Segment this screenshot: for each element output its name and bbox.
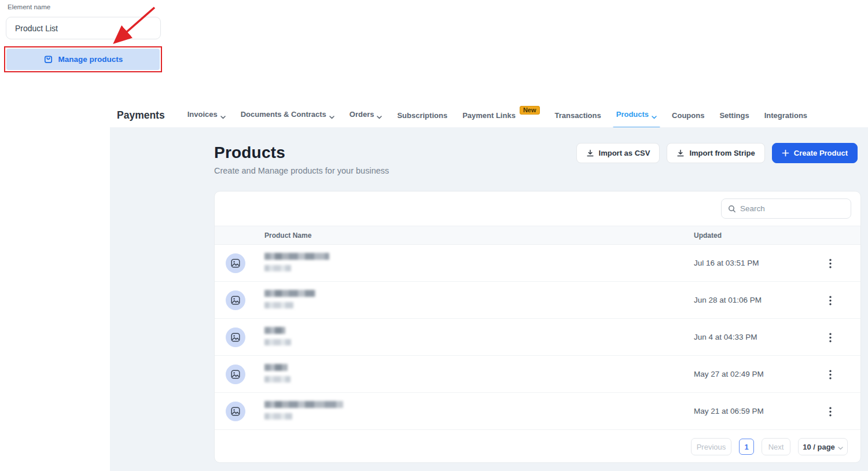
updated-cell: Jul 16 at 03:51 PM [694,245,759,281]
next-page-button[interactable]: Next [762,438,790,455]
row-menu-button[interactable] [823,330,837,344]
table-header: Product Name Updated [215,226,860,245]
current-page-button[interactable]: 1 [739,439,754,455]
kebab-menu-icon [829,333,832,343]
updated-cell: May 21 at 06:59 PM [694,393,764,429]
product-image-icon [226,402,245,421]
screen: Element name Manage products Payments In… [0,0,868,471]
create-product-label: Create Product [794,149,848,157]
nav-item-label: Products [616,110,649,119]
table-row: Jun 4 at 04:33 PM [215,319,860,356]
nav-item-label: Settings [719,111,749,120]
nav-item-coupons[interactable]: Coupons [672,111,704,120]
app-title: Payments [117,109,165,122]
redacted-product-name [264,364,290,382]
nav-item-documents-contracts[interactable]: Documents & Contracts [241,110,334,121]
import-stripe-button[interactable]: Import from Stripe [667,143,764,163]
manage-products-label: Manage products [58,55,123,64]
column-product-name: Product Name [264,226,311,244]
page-title: Products [214,143,389,162]
nav-item-label: Payment Links [462,111,516,120]
main-content: Products Create and Manage products for … [110,127,868,471]
page-size-select[interactable]: 10 / page [798,438,848,455]
nav-item-orders[interactable]: Orders [350,110,382,121]
nav-item-integrations[interactable]: Integrations [764,111,807,120]
products-card: Product Name Updated Jul 16 at 03:51 PMJ… [214,191,861,463]
nav-item-settings[interactable]: Settings [719,111,749,120]
new-badge: New [520,106,540,115]
product-image-icon [226,328,245,347]
nav-item-label: Transactions [555,111,601,120]
download-icon [586,149,594,157]
nav-item-invoices[interactable]: Invoices [187,110,226,121]
chevron-down-icon [652,112,657,121]
kebab-menu-icon [829,296,832,306]
nav-item-label: Integrations [764,111,807,120]
nav-item-label: Subscriptions [397,111,447,120]
updated-cell: Jun 28 at 01:06 PM [694,282,762,318]
element-name-input[interactable] [6,17,161,39]
row-menu-button[interactable] [823,404,837,418]
table-row: Jun 28 at 01:06 PM [215,282,860,319]
nav-item-transactions[interactable]: Transactions [555,111,601,120]
top-navbar: Payments InvoicesDocuments & ContractsOr… [117,103,815,127]
nav-item-subscriptions[interactable]: Subscriptions [397,111,447,120]
plus-icon [782,149,789,157]
chevron-down-icon [220,112,226,121]
previous-page-button[interactable]: Previous [691,438,731,455]
pagination: Previous 1 Next 10 / page [215,430,860,463]
nav-item-payment-links[interactable]: Payment LinksNew [462,111,539,120]
redacted-product-name [264,253,329,271]
table-row: May 27 at 02:49 PM [215,356,860,393]
nav-item-label: Documents & Contracts [241,110,326,119]
nav-item-label: Orders [350,110,374,119]
shopping-bag-icon [43,54,53,64]
nav-item-label: Coupons [672,111,704,120]
updated-cell: May 27 at 02:49 PM [694,356,764,392]
product-image-icon [226,290,245,310]
column-updated: Updated [694,226,722,244]
create-product-button[interactable]: Create Product [772,143,858,163]
manage-products-button[interactable]: Manage products [6,49,160,70]
product-image-icon [226,365,245,384]
kebab-menu-icon [829,259,832,268]
chevron-down-icon [377,112,382,121]
redacted-product-name [264,327,291,345]
chevron-down-icon [838,443,843,452]
row-menu-button[interactable] [823,293,837,307]
import-csv-label: Import as CSV [599,149,650,157]
chevron-down-icon [329,112,334,121]
updated-cell: Jun 4 at 04:33 PM [694,319,757,355]
row-menu-button[interactable] [823,367,837,381]
product-image-icon [226,253,245,273]
page-size-label: 10 / page [803,443,835,451]
redacted-product-name [264,401,343,420]
element-name-label: Element name [8,3,50,10]
search-icon [728,205,736,213]
download-icon [676,149,685,157]
nav-item-products[interactable]: Products [616,110,657,121]
import-stripe-label: Import from Stripe [689,149,755,157]
table-row: Jul 16 at 03:51 PM [215,245,860,282]
table-body: Jul 16 at 03:51 PMJun 28 at 01:06 PMJun … [215,245,860,430]
search-box[interactable] [721,198,851,219]
row-menu-button[interactable] [823,256,837,270]
nav-item-label: Invoices [187,110,218,119]
kebab-menu-icon [829,407,832,417]
search-input[interactable] [740,204,844,213]
import-csv-button[interactable]: Import as CSV [576,143,660,163]
table-row: May 21 at 06:59 PM [215,393,860,430]
page-subtitle: Create and Manage products for your busi… [214,166,389,175]
redacted-product-name [264,290,315,308]
kebab-menu-icon [829,370,832,380]
